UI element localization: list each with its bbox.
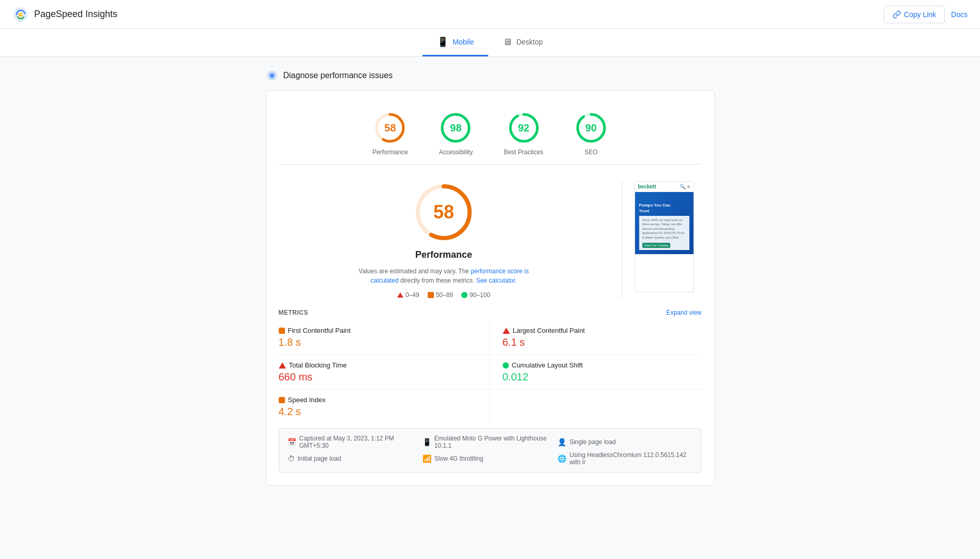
si-value: 4.2 s — [279, 406, 477, 418]
footer-emulated: 📱 Emulated Moto G Power with Lighthouse … — [423, 435, 557, 449]
performance-score-number: 58 — [373, 111, 406, 144]
timer-icon: ⏱ — [288, 454, 295, 463]
emulated-text: Emulated Moto G Power with Lighthouse 10… — [434, 435, 557, 449]
diagnose-icon — [266, 69, 278, 82]
score-legend: 0–49 50–89 90–100 — [397, 291, 490, 299]
accessibility-circle: 98 — [439, 111, 472, 144]
header-right: Copy Link Docs — [884, 6, 968, 23]
metric-si-header: Speed Index — [279, 396, 477, 404]
metric-cls-header: Cumulative Layout Shift — [503, 361, 702, 369]
legend-red-icon — [397, 292, 403, 298]
legend-red: 0–49 — [397, 291, 419, 299]
tbt-indicator — [279, 362, 286, 369]
page-icon: 👤 — [557, 438, 566, 446]
cls-value: 0.012 — [503, 371, 702, 383]
seo-circle: 90 — [575, 111, 608, 144]
best-practices-circle: 92 — [507, 111, 540, 144]
performance-title: Performance — [415, 249, 472, 260]
legend-orange-label: 50–89 — [436, 291, 453, 299]
fcp-label: First Contentful Paint — [288, 327, 351, 334]
accessibility-score-item[interactable]: 98 Accessibility — [439, 111, 473, 156]
tbt-value: 660 ms — [279, 371, 477, 383]
metric-tbt-header: Total Blocking Time — [279, 361, 477, 369]
tab-desktop[interactable]: 🖥 Desktop — [488, 29, 557, 56]
thumb-header: beckett 🔍 ≡ — [635, 182, 693, 192]
pagespeed-logo — [12, 6, 29, 23]
device-icon: 📱 — [423, 438, 431, 446]
metric-fcp: First Contentful Paint 1.8 s — [279, 320, 490, 355]
thumb-logo: beckett — [638, 184, 656, 189]
thumb-menu-icon: ≡ — [687, 184, 690, 189]
performance-score-item[interactable]: 58 Performance — [372, 111, 408, 156]
footer-info: 📅 Captured at May 3, 2023, 1:12 PM GMT+5… — [279, 428, 702, 473]
legend-green: 90–100 — [461, 291, 490, 299]
diagnose-header: Diagnose performance issues — [266, 69, 715, 82]
header: PageSpeed Insights Copy Link Docs — [0, 0, 980, 29]
calculator-link[interactable]: See calculator. — [476, 277, 517, 284]
thumb-search-icon: 🔍 — [680, 184, 686, 189]
tab-mobile-label: Mobile — [453, 38, 474, 46]
thumb-body: Since 1948, we have built our finest pum… — [639, 216, 689, 250]
thumb-body-text: Since 1948, we have built our finest pum… — [642, 218, 686, 240]
copy-link-button[interactable]: Copy Link — [884, 6, 945, 23]
expand-view-button[interactable]: Expand view — [666, 309, 701, 316]
legend-red-label: 0–49 — [405, 291, 419, 299]
chrome-icon: 🌐 — [557, 454, 566, 463]
accessibility-score-label: Accessibility — [439, 149, 473, 156]
main-content: Diagnose performance issues 58 Performan… — [258, 57, 723, 510]
performance-divider — [622, 181, 622, 299]
metric-tbt: Total Blocking Time 660 ms — [279, 355, 490, 390]
metrics-grid: First Contentful Paint 1.8 s Largest Con… — [279, 320, 702, 424]
metric-lcp: Largest Contentful Paint 6.1 s — [490, 320, 702, 355]
big-performance-circle: 58 — [413, 181, 475, 243]
cls-indicator — [503, 362, 509, 369]
metric-fcp-header: First Contentful Paint — [279, 327, 477, 334]
docs-button[interactable]: Docs — [951, 10, 968, 19]
footer-captured: 📅 Captured at May 3, 2023, 1:12 PM GMT+5… — [288, 435, 423, 449]
performance-detail-left: 58 Performance Values are estimated and … — [279, 181, 609, 299]
si-label: Speed Index — [288, 396, 326, 404]
performance-score-label: Performance — [372, 149, 408, 156]
footer-headless: 🌐 Using HeadlessChromium 112.0.5615.142 … — [557, 451, 692, 466]
initial-load-text: Initial page load — [298, 455, 341, 462]
wifi-icon: 📶 — [423, 454, 431, 463]
calendar-icon: 📅 — [288, 438, 296, 446]
thumb-hero-text: Pumps You CanTrust — [639, 203, 689, 214]
legend-green-label: 90–100 — [470, 291, 490, 299]
legend-green-icon — [461, 292, 468, 298]
thumb-icons: 🔍 ≡ — [680, 184, 690, 189]
thumb-cta: View Our Catalog — [642, 243, 671, 248]
footer-throttling: 📶 Slow 4G throttling — [423, 451, 557, 466]
single-page-text: Single page load — [569, 438, 615, 446]
thumb-hero: Pumps You CanTrust Since 1948, we have b… — [635, 192, 693, 254]
metrics-title: METRICS — [279, 309, 309, 316]
performance-circle: 58 — [373, 111, 406, 144]
app-title: PageSpeed Insights — [34, 9, 117, 20]
best-practices-score-label: Best Practices — [504, 149, 544, 156]
legend-orange-icon — [428, 292, 434, 298]
footer-initial-load: ⏱ Initial page load — [288, 451, 423, 466]
fcp-indicator — [279, 328, 285, 334]
copy-link-label: Copy Link — [904, 10, 936, 19]
score-card: 58 Performance 98 Accessibility — [266, 90, 715, 486]
tbt-label: Total Blocking Time — [289, 361, 347, 369]
fcp-value: 1.8 s — [279, 336, 477, 348]
score-circles: 58 Performance 98 Accessibility — [279, 103, 702, 165]
lcp-value: 6.1 s — [503, 336, 702, 348]
header-left: PageSpeed Insights — [12, 6, 117, 23]
site-thumbnail: beckett 🔍 ≡ Pumps You CanTrust Since 194… — [635, 181, 694, 292]
seo-score-item[interactable]: 90 SEO — [575, 111, 608, 156]
accessibility-score-number: 98 — [439, 111, 472, 144]
footer-single-page: 👤 Single page load — [557, 435, 692, 449]
diagnose-title: Diagnose performance issues — [283, 71, 393, 80]
performance-detail-right: beckett 🔍 ≡ Pumps You CanTrust Since 194… — [635, 181, 702, 292]
best-practices-score-item[interactable]: 92 Best Practices — [504, 111, 544, 156]
perf-desc-text2: directly from these metrics. — [400, 277, 474, 284]
seo-score-label: SEO — [584, 149, 597, 156]
si-indicator — [279, 397, 285, 403]
mobile-icon: 📱 — [437, 36, 448, 48]
perf-desc-text: Values are estimated and may vary. The — [359, 268, 469, 275]
svg-point-4 — [270, 74, 274, 77]
metric-cls: Cumulative Layout Shift 0.012 — [490, 355, 702, 390]
tab-mobile[interactable]: 📱 Mobile — [423, 29, 488, 56]
